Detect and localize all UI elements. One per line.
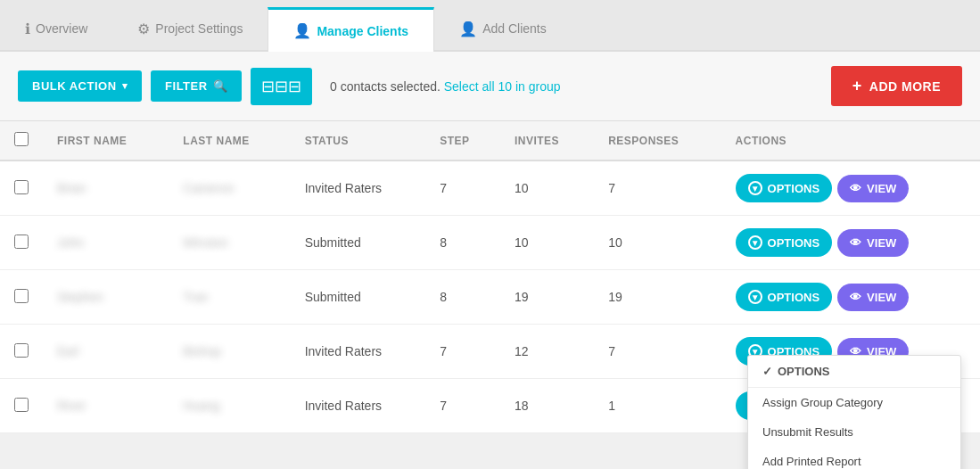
view-label: VIEW bbox=[867, 182, 896, 195]
search-icon: 🔍 bbox=[213, 79, 228, 93]
view-button[interactable]: 👁 VIEW bbox=[837, 175, 909, 202]
options-button[interactable]: ▼ OPTIONS bbox=[736, 174, 833, 202]
dropdown-header: ✓ OPTIONS bbox=[748, 356, 960, 388]
options-label: OPTIONS bbox=[768, 236, 820, 250]
info-icon: ℹ bbox=[25, 21, 30, 37]
row-first-name: John bbox=[43, 216, 169, 270]
tab-add-clients[interactable]: 👤 Add Clients bbox=[434, 7, 572, 50]
add-more-button[interactable]: + ADD MORE bbox=[831, 66, 962, 106]
row-checkbox[interactable] bbox=[14, 234, 29, 249]
header-step: STEP bbox=[425, 121, 500, 160]
dropdown-item-unsubmit[interactable]: Unsubmit Results bbox=[748, 417, 960, 447]
row-actions: ▼ OPTIONS 👁 VIEW bbox=[721, 160, 980, 216]
row-first-name: Brian bbox=[43, 160, 169, 216]
view-label: VIEW bbox=[867, 291, 896, 304]
add-person-icon: 👤 bbox=[459, 21, 477, 37]
toolbar: BULK ACTION ▾ FILTER 🔍 ⊟⊟⊟ 0 contacts se… bbox=[0, 52, 980, 121]
row-responses: 10 bbox=[594, 216, 721, 270]
row-step: 7 bbox=[425, 325, 500, 379]
bulk-action-label: BULK ACTION bbox=[32, 79, 117, 93]
row-actions: ▼ OPTIONS 👁 VIEW bbox=[721, 270, 980, 325]
row-checkbox-cell bbox=[0, 379, 43, 433]
options-label: OPTIONS bbox=[768, 182, 820, 195]
tab-add-clients-label: Add Clients bbox=[482, 21, 547, 36]
tab-project-settings[interactable]: ⚙ Project Settings bbox=[112, 7, 268, 50]
row-status: Invited Raters bbox=[291, 379, 426, 433]
table-row: Stephen Tran Submitted 8 19 19 ▼ OPTIONS… bbox=[0, 270, 980, 325]
row-status: Invited Raters bbox=[291, 325, 426, 379]
tab-manage-clients[interactable]: 👤 Manage Clients bbox=[268, 7, 434, 52]
clients-table: FIRST NAME LAST NAME STATUS STEP INVITES… bbox=[0, 121, 980, 433]
row-checkbox-cell bbox=[0, 160, 43, 216]
person-icon: 👤 bbox=[293, 22, 311, 39]
row-checkbox[interactable] bbox=[14, 343, 29, 358]
selection-count: 0 contacts selected. bbox=[330, 79, 441, 94]
row-invites: 19 bbox=[500, 270, 594, 325]
filter-button[interactable]: FILTER 🔍 bbox=[151, 70, 242, 102]
row-checkbox[interactable] bbox=[14, 289, 29, 303]
table-row: Brian Cameron Invited Raters 7 10 7 ▼ OP… bbox=[0, 160, 980, 216]
row-checkbox[interactable] bbox=[14, 180, 29, 194]
options-circle-icon: ▼ bbox=[748, 235, 762, 250]
tab-overview[interactable]: ℹ Overview bbox=[0, 7, 112, 50]
options-circle-icon: ▼ bbox=[748, 181, 762, 195]
select-all-link[interactable]: Select all 10 in group bbox=[444, 79, 561, 94]
header-checkbox-cell bbox=[0, 121, 43, 160]
columns-button[interactable]: ⊟⊟⊟ bbox=[251, 68, 312, 105]
header-first-name: FIRST NAME bbox=[43, 121, 169, 160]
header-last-name: LAST NAME bbox=[169, 121, 290, 160]
columns-icon: ⊟⊟⊟ bbox=[261, 78, 301, 95]
row-responses: 7 bbox=[594, 325, 721, 379]
eye-icon: 👁 bbox=[850, 291, 861, 304]
options-button[interactable]: ▼ OPTIONS bbox=[736, 283, 833, 311]
dropdown-item-assign-group[interactable]: Assign Group Category bbox=[748, 388, 960, 417]
eye-icon: 👁 bbox=[850, 182, 861, 195]
row-checkbox[interactable] bbox=[14, 398, 29, 412]
row-responses: 1 bbox=[594, 379, 721, 433]
checkmark-icon: ✓ bbox=[762, 365, 772, 378]
header-invites: INVITES bbox=[500, 121, 594, 160]
view-button[interactable]: 👁 VIEW bbox=[837, 229, 909, 257]
gear-icon: ⚙ bbox=[137, 21, 150, 37]
dropdown-item-add-printed[interactable]: Add Printed Report bbox=[748, 447, 960, 469]
row-invites: 10 bbox=[500, 160, 594, 216]
row-last-name: Huang bbox=[169, 379, 290, 433]
row-invites: 10 bbox=[500, 216, 594, 270]
options-dropdown: ✓ OPTIONS Assign Group CategoryUnsubmit … bbox=[747, 355, 961, 469]
row-invites: 18 bbox=[500, 379, 594, 433]
plus-icon: + bbox=[852, 77, 862, 95]
header-actions: ACTIONS bbox=[721, 121, 980, 160]
chevron-down-icon: ▾ bbox=[122, 80, 128, 92]
table-header-row: FIRST NAME LAST NAME STATUS STEP INVITES… bbox=[0, 121, 980, 160]
row-invites: 12 bbox=[500, 325, 594, 379]
row-first-name: Earl bbox=[43, 325, 169, 379]
tab-overview-label: Overview bbox=[36, 21, 87, 36]
row-last-name: Winston bbox=[169, 216, 290, 270]
select-all-checkbox[interactable] bbox=[14, 132, 29, 146]
row-status: Submitted bbox=[291, 270, 426, 325]
add-more-label: ADD MORE bbox=[869, 79, 941, 94]
row-responses: 7 bbox=[594, 160, 721, 216]
row-status: Invited Raters bbox=[291, 160, 426, 216]
tab-manage-clients-label: Manage Clients bbox=[317, 24, 408, 38]
row-checkbox-cell bbox=[0, 325, 43, 379]
row-first-name: River bbox=[43, 379, 169, 433]
view-label: VIEW bbox=[867, 236, 896, 250]
view-button[interactable]: 👁 VIEW bbox=[837, 284, 909, 311]
row-status: Submitted bbox=[291, 216, 426, 270]
row-checkbox-cell bbox=[0, 270, 43, 325]
row-actions: ▼ OPTIONS 👁 VIEW bbox=[721, 216, 980, 270]
selection-info: 0 contacts selected. Select all 10 in gr… bbox=[330, 79, 822, 94]
row-last-name: Tran bbox=[169, 270, 290, 325]
options-button[interactable]: ▼ OPTIONS bbox=[736, 228, 833, 257]
row-step: 8 bbox=[425, 216, 500, 270]
bulk-action-button[interactable]: BULK ACTION ▾ bbox=[18, 70, 142, 102]
header-status: STATUS bbox=[291, 121, 426, 160]
filter-label: FILTER bbox=[165, 79, 208, 93]
eye-icon: 👁 bbox=[850, 236, 861, 250]
options-label: OPTIONS bbox=[768, 291, 820, 304]
dropdown-header-label: OPTIONS bbox=[778, 365, 830, 378]
tab-bar: ℹ Overview ⚙ Project Settings 👤 Manage C… bbox=[0, 0, 980, 52]
row-step: 7 bbox=[425, 160, 500, 216]
row-checkbox-cell bbox=[0, 216, 43, 270]
